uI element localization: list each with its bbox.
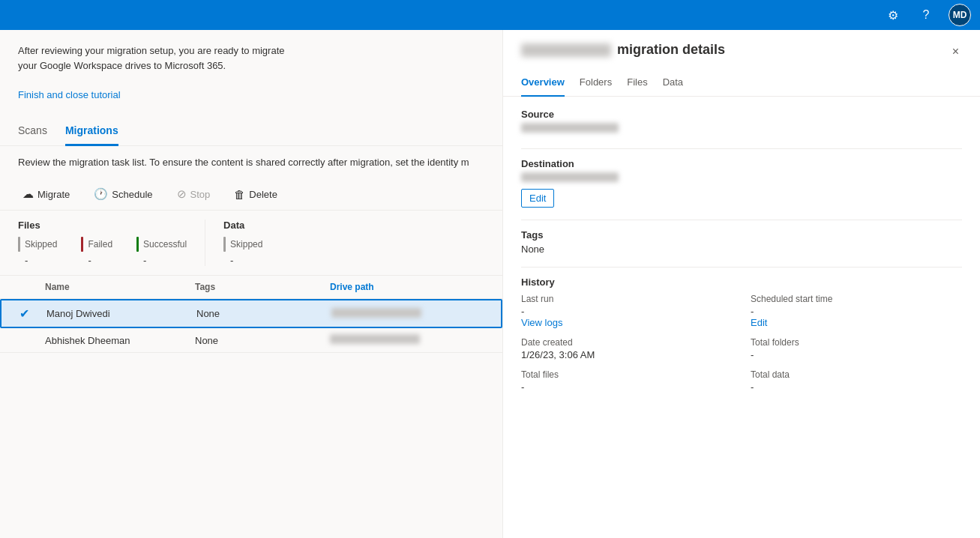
destination-label: Destination xyxy=(521,158,962,169)
intro-text: After reviewing your migration setup, yo… xyxy=(0,30,502,83)
data-stats: Data Skipped - xyxy=(223,220,262,266)
scheduled-start-cell: Scheduled start time - Edit xyxy=(751,294,962,328)
panel-tabs: Overview Folders Files Data xyxy=(503,70,980,97)
history-section: History Last run - View logs Scheduled s… xyxy=(521,276,962,393)
panel-content: Source Destination Edit Tags None xyxy=(503,97,980,417)
source-value-blur xyxy=(521,123,619,133)
delete-button[interactable]: 🗑 Delete xyxy=(229,185,282,204)
total-data-cell: Total data - xyxy=(751,369,962,393)
tags-value: None xyxy=(521,244,962,255)
data-skipped-stat: Skipped - xyxy=(223,237,262,266)
last-run-value: - xyxy=(521,306,733,317)
row-checkbox-1[interactable]: ✔ xyxy=(19,306,46,321)
view-logs-link[interactable]: View logs xyxy=(521,317,562,328)
data-label: Data xyxy=(223,220,262,231)
left-panel: After reviewing your migration setup, yo… xyxy=(0,30,502,538)
history-grid: Last run - View logs Scheduled start tim… xyxy=(521,294,962,393)
tags-label: Tags xyxy=(521,229,962,241)
skipped-stat: Skipped - xyxy=(18,237,57,266)
settings-icon[interactable]: ⚙ xyxy=(883,4,904,25)
total-files-cell: Total files - xyxy=(521,369,733,393)
col-drive-header: Drive path xyxy=(330,282,484,292)
total-folders-value: - xyxy=(751,349,962,360)
title-blur xyxy=(521,43,611,57)
scheduled-start-label: Scheduled start time xyxy=(751,294,962,304)
divider-1 xyxy=(521,148,962,149)
main-tabs: Scans Migrations xyxy=(0,118,502,146)
migrate-icon: ☁ xyxy=(22,187,34,201)
files-stats: Files Skipped - Failed - xyxy=(18,220,187,266)
drive-blur-2 xyxy=(330,334,420,344)
intro-line2: your Google Workspace drives to Microsof… xyxy=(18,60,226,71)
col-checkbox-header xyxy=(18,282,45,292)
last-run-cell: Last run - View logs xyxy=(521,294,733,328)
intro-line1: After reviewing your migration setup, yo… xyxy=(18,45,285,56)
date-created-value: 1/26/23, 3:06 AM xyxy=(521,349,733,360)
table-header: Name Tags Drive path xyxy=(0,276,502,299)
row-tags-2: None xyxy=(195,335,330,346)
total-data-value: - xyxy=(751,381,962,393)
toolbar: ☁ Migrate 🕐 Schedule ⊘ Stop 🗑 Delete xyxy=(0,178,502,211)
failed-stat: Failed - xyxy=(81,237,112,266)
successful-bar xyxy=(136,237,139,252)
row-tags-1: None xyxy=(196,308,331,319)
skipped-bar xyxy=(18,237,20,252)
destination-value-blur xyxy=(521,172,619,182)
total-folders-cell: Total folders - xyxy=(751,337,962,360)
row-name-1: Manoj Dwivedi xyxy=(46,308,196,319)
topbar: ⚙ ? MD xyxy=(0,0,980,30)
tab-folders[interactable]: Folders xyxy=(580,70,612,97)
failed-bar xyxy=(81,237,83,252)
tab-scans[interactable]: Scans xyxy=(18,118,47,146)
check-icon: ✔ xyxy=(19,306,29,321)
row-drive-1 xyxy=(331,308,483,320)
tab-overview[interactable]: Overview xyxy=(521,70,565,97)
finish-tutorial-link[interactable]: Finish and close tutorial xyxy=(0,89,502,100)
divider-2 xyxy=(521,220,962,220)
divider-3 xyxy=(521,267,962,268)
total-folders-label: Total folders xyxy=(751,337,962,348)
total-files-label: Total files xyxy=(521,369,733,380)
right-panel: migration details × Overview Folders Fil… xyxy=(502,30,980,538)
close-button[interactable]: × xyxy=(949,42,962,61)
date-created-label: Date created xyxy=(521,337,733,348)
col-name-header: Name xyxy=(45,282,195,292)
row-drive-2 xyxy=(330,334,484,346)
destination-edit-button[interactable]: Edit xyxy=(521,189,554,208)
source-section: Source xyxy=(521,109,962,136)
table-row[interactable]: Abhishek Dheeman None xyxy=(0,328,502,353)
source-label: Source xyxy=(521,109,962,120)
delete-icon: 🗑 xyxy=(234,188,245,201)
col-tags-header: Tags xyxy=(195,282,330,292)
data-skipped-bar xyxy=(223,237,226,252)
total-files-value: - xyxy=(521,381,733,393)
files-label: Files xyxy=(18,220,187,231)
tab-migrations[interactable]: Migrations xyxy=(65,118,118,146)
help-icon[interactable]: ? xyxy=(916,4,937,25)
main-container: After reviewing your migration setup, yo… xyxy=(0,30,980,538)
title-suffix: migration details xyxy=(617,42,725,58)
stats-row: Files Skipped - Failed - xyxy=(0,211,502,276)
last-run-label: Last run xyxy=(521,294,733,304)
row-name-2: Abhishek Dheeman xyxy=(45,335,195,346)
scheduled-start-value: - xyxy=(751,306,962,317)
description-text: Review the migration task list. To ensur… xyxy=(0,146,502,178)
history-label: History xyxy=(521,276,962,288)
schedule-icon: 🕐 xyxy=(94,187,108,201)
stats-divider xyxy=(205,220,205,266)
stop-icon: ⊘ xyxy=(177,187,187,201)
successful-stat: Successful - xyxy=(136,237,187,266)
tags-section: Tags None xyxy=(521,229,962,255)
panel-header: migration details × xyxy=(503,30,980,61)
drive-blur-1 xyxy=(331,308,421,318)
schedule-button[interactable]: 🕐 Schedule xyxy=(89,184,157,204)
date-created-cell: Date created 1/26/23, 3:06 AM xyxy=(521,337,733,360)
table-row[interactable]: ✔ Manoj Dwivedi None xyxy=(0,299,502,328)
destination-section: Destination Edit xyxy=(521,158,962,208)
scheduled-edit-link[interactable]: Edit xyxy=(751,317,767,328)
tab-files[interactable]: Files xyxy=(627,70,647,97)
user-avatar[interactable]: MD xyxy=(949,4,971,26)
tab-data[interactable]: Data xyxy=(663,70,683,97)
stop-button[interactable]: ⊘ Stop xyxy=(172,184,215,204)
migrate-button[interactable]: ☁ Migrate xyxy=(18,184,74,204)
